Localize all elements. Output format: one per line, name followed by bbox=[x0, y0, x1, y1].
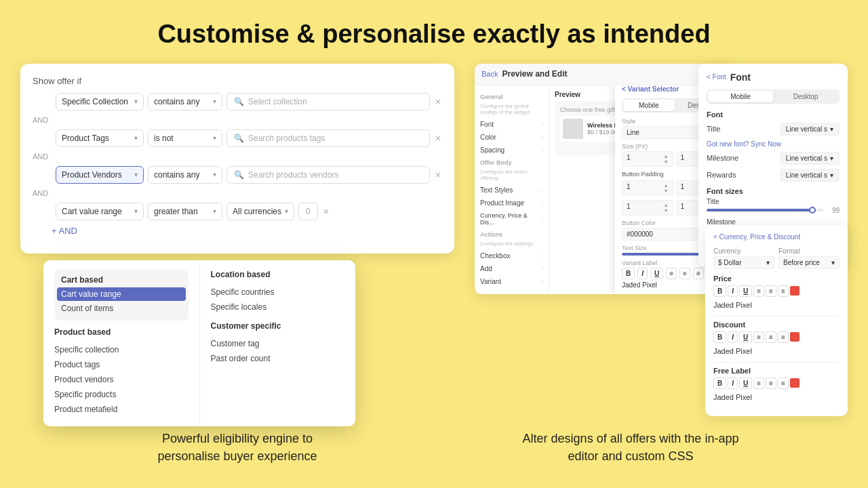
sidebar-item-font[interactable]: Font› bbox=[475, 118, 549, 131]
font-panel-title: Font bbox=[730, 72, 751, 83]
dropdown-item-specific-products[interactable]: Specific products bbox=[54, 387, 189, 402]
slider-track-title[interactable] bbox=[707, 209, 823, 211]
price-align-left[interactable]: ≡ bbox=[753, 285, 764, 297]
condition-type-1[interactable]: Specific Collection ▾ bbox=[56, 93, 144, 110]
general-section-title: General bbox=[475, 91, 549, 102]
close-icon[interactable]: × bbox=[322, 205, 330, 218]
dropdown-item-specific-locales[interactable]: Specific locales bbox=[211, 300, 345, 314]
dropdown-item-cart-value-range[interactable]: Cart value range bbox=[57, 287, 186, 301]
dropdown-item-product-vendors[interactable]: Product vendors bbox=[54, 372, 189, 387]
sidebar-item-product-image[interactable]: Product Image› bbox=[475, 197, 549, 209]
free-underline-btn[interactable]: U bbox=[739, 378, 752, 389]
free-bold-btn[interactable]: B bbox=[713, 378, 726, 389]
variant-back-button[interactable]: < Variant Selector bbox=[622, 85, 679, 93]
currency-back-button[interactable]: < Currency, Price & Discount bbox=[713, 233, 800, 241]
add-condition-button[interactable]: + AND bbox=[52, 226, 77, 236]
free-align-left[interactable]: ≡ bbox=[753, 378, 764, 389]
font-tab-mobile[interactable]: Mobile bbox=[708, 91, 773, 102]
align-center-button[interactable]: ≡ bbox=[679, 268, 690, 279]
font-milestone-row: Milestone Line vertical s ▾ bbox=[707, 152, 840, 165]
price-underline-btn[interactable]: U bbox=[739, 285, 752, 297]
sidebar-item-checkbox[interactable]: Checkbox› bbox=[475, 249, 549, 262]
discount-color-swatch[interactable] bbox=[790, 332, 800, 342]
product-based-title: Product based bbox=[54, 327, 189, 337]
italic-button[interactable]: I bbox=[637, 268, 648, 279]
size-width-input[interactable]: 1 ▲▼ bbox=[622, 151, 673, 167]
price-color-swatch[interactable] bbox=[790, 286, 800, 296]
close-icon[interactable]: × bbox=[434, 168, 442, 182]
left-footnote-text: Powerful eligibility engine topersonalis… bbox=[41, 430, 434, 465]
dropdown-item-specific-countries[interactable]: Specific countries bbox=[211, 285, 345, 300]
condition-type-3[interactable]: Product Vendors ▾ bbox=[56, 166, 144, 184]
sync-font-link[interactable]: Got new font? Sync Now bbox=[707, 140, 781, 148]
font-back-button[interactable]: < Font bbox=[707, 73, 726, 81]
sidebar-item-spacing[interactable]: Spacing› bbox=[475, 144, 549, 157]
padding-input-3[interactable]: 1▲▼ bbox=[622, 200, 673, 216]
dropdown-item-specific-collection[interactable]: Specific collection bbox=[54, 342, 189, 357]
free-align-center[interactable]: ≡ bbox=[766, 378, 776, 389]
actions-section-title: Actions bbox=[475, 228, 549, 239]
format-select[interactable]: Before price▾ bbox=[778, 256, 840, 269]
dropdown-item-product-metafield[interactable]: Product metafield bbox=[54, 402, 189, 417]
price-align-center[interactable]: ≡ bbox=[766, 285, 776, 297]
dropdown-item-count-of-items[interactable]: Count of items bbox=[61, 302, 182, 315]
font-size-title-slider: 99 bbox=[707, 207, 840, 214]
sidebar-item-text-styles[interactable]: Text Styles› bbox=[475, 184, 549, 197]
underline-button[interactable]: U bbox=[650, 268, 663, 279]
value-input[interactable]: 0 bbox=[298, 203, 318, 220]
page-title: Customise & personalise exactly as inten… bbox=[0, 0, 868, 64]
currency-select[interactable]: All currencies ▾ bbox=[226, 203, 294, 220]
operator-1[interactable]: contains any ▾ bbox=[148, 93, 222, 110]
sidebar-item-variant[interactable]: Variant› bbox=[475, 275, 549, 288]
discount-align-center[interactable]: ≡ bbox=[766, 331, 776, 343]
stepper-up[interactable]: ▲ bbox=[664, 203, 669, 207]
free-color-swatch[interactable] bbox=[790, 378, 800, 388]
free-align-right[interactable]: ≡ bbox=[778, 378, 789, 389]
stepper-down[interactable]: ▼ bbox=[664, 159, 669, 164]
discount-align-right[interactable]: ≡ bbox=[778, 331, 789, 343]
search-vendors[interactable]: 🔍 Search products vendors bbox=[226, 166, 430, 184]
discount-align-left[interactable]: ≡ bbox=[753, 331, 764, 343]
bold-button[interactable]: B bbox=[622, 268, 635, 279]
sidebar-item-currency[interactable]: Currency, Price & Dis...› bbox=[475, 209, 549, 228]
condition-type-2[interactable]: Product Tags ▾ bbox=[56, 129, 144, 147]
price-bold-btn[interactable]: B bbox=[713, 285, 726, 297]
footnote-left: Powerful eligibility engine topersonalis… bbox=[41, 430, 434, 465]
search-product-tags[interactable]: 🔍 Search products tags bbox=[226, 129, 430, 147]
close-icon[interactable]: × bbox=[434, 131, 442, 145]
back-button[interactable]: Back bbox=[481, 70, 498, 78]
operator-2[interactable]: is not ▾ bbox=[148, 129, 222, 147]
font-tab-desktop[interactable]: Desktop bbox=[773, 91, 838, 102]
discount-bold-btn[interactable]: B bbox=[713, 331, 726, 343]
stepper-up[interactable]: ▲ bbox=[664, 183, 669, 188]
stepper-up[interactable]: ▲ bbox=[664, 154, 669, 159]
close-icon[interactable]: × bbox=[434, 95, 442, 108]
chevron-down-icon: ▾ bbox=[213, 98, 216, 105]
sidebar-item-add[interactable]: Add› bbox=[475, 262, 549, 275]
dropdown-item-product-tags[interactable]: Product tags bbox=[54, 357, 189, 372]
padding-input-1[interactable]: 1▲▼ bbox=[622, 180, 673, 196]
operator-3[interactable]: contains any ▾ bbox=[148, 166, 222, 184]
font-rewards-select[interactable]: Line vertical s ▾ bbox=[780, 169, 840, 182]
search-collection[interactable]: 🔍 Select collection bbox=[226, 93, 430, 110]
price-italic-btn[interactable]: I bbox=[728, 285, 738, 297]
font-title-select[interactable]: Line vertical s ▾ bbox=[780, 123, 840, 136]
dropdown-item-past-order-count[interactable]: Past order count bbox=[211, 351, 345, 366]
operator-4[interactable]: greater than ▾ bbox=[148, 203, 222, 220]
condition-type-4[interactable]: Cart value range ▾ bbox=[56, 203, 144, 220]
font-milestone-select[interactable]: Line vertical s ▾ bbox=[780, 152, 840, 165]
discount-italic-btn[interactable]: I bbox=[728, 331, 738, 343]
slider-thumb-title[interactable] bbox=[809, 207, 816, 214]
sidebar-item-color[interactable]: Color› bbox=[475, 131, 549, 144]
dropdown-item-customer-tag[interactable]: Customer tag bbox=[211, 336, 345, 351]
free-italic-btn[interactable]: I bbox=[728, 378, 738, 389]
tab-mobile[interactable]: Mobile bbox=[623, 100, 675, 111]
align-right-button[interactable]: ≡ bbox=[693, 268, 704, 279]
discount-underline-btn[interactable]: U bbox=[739, 331, 752, 343]
align-left-button[interactable]: ≡ bbox=[666, 268, 677, 279]
price-align-right[interactable]: ≡ bbox=[778, 285, 789, 297]
currency-select[interactable]: $ Dollar▾ bbox=[713, 256, 774, 269]
stepper-down[interactable]: ▼ bbox=[664, 188, 669, 193]
font-sizes-title: Font sizes bbox=[707, 187, 840, 195]
stepper-down[interactable]: ▼ bbox=[664, 208, 669, 213]
